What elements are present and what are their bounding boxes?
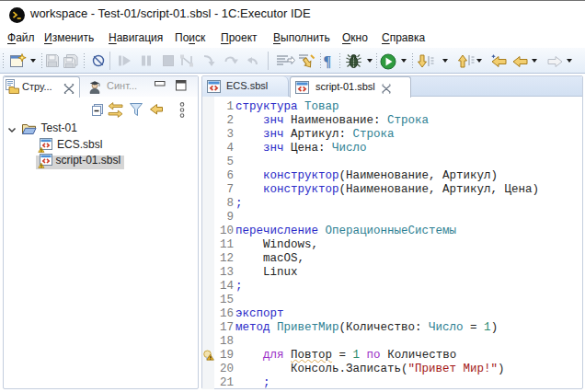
svg-text:¶: ¶ <box>324 53 332 69</box>
